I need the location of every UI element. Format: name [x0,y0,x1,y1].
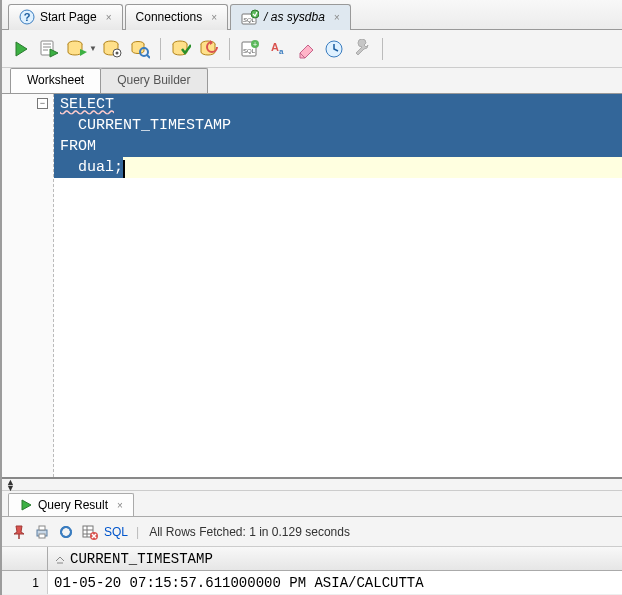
svg-text:A: A [271,41,279,53]
toolbar-separator [160,38,161,60]
toolbar-separator [382,38,383,60]
wrench-icon [352,39,372,59]
svg-rect-23 [39,534,45,538]
toolbar-separator [229,38,230,60]
tab-query-result[interactable]: Query Result × [8,493,134,516]
play-icon [12,40,30,58]
sql-line: CURRENT_TIMESTAMP [54,115,622,136]
splitter-arrows-icon: ▲▼ [6,479,15,491]
svg-text:a: a [279,47,284,56]
run-script-button[interactable] [36,36,62,62]
sql-tuning-button[interactable] [127,36,153,62]
commit-button[interactable] [168,36,194,62]
explain-plan-button[interactable] [64,36,90,62]
toolbar-separator: | [136,525,139,539]
sql-history-button[interactable] [321,36,347,62]
refresh-icon [58,524,74,540]
close-icon[interactable]: × [211,12,217,23]
svg-text:?: ? [24,11,31,23]
sql-keyword: FROM [54,136,622,157]
grid-header: CURRENT_TIMESTAMP [2,547,622,571]
svg-point-9 [115,51,118,54]
cell-value[interactable]: 01-05-20 07:15:57.611000000 PM ASIA/CALC… [48,575,622,591]
print-button[interactable] [32,522,52,542]
autotrace-button[interactable] [99,36,125,62]
db-trace-icon [102,39,122,59]
svg-rect-22 [39,526,45,530]
grid-delete-icon [82,524,98,540]
close-icon[interactable]: × [334,12,340,23]
sql-worksheet-icon: SQL [241,9,259,25]
unshared-sql-button[interactable]: SQL+ [237,36,263,62]
close-icon[interactable]: × [117,500,123,511]
row-number: 1 [2,571,48,594]
db-check-icon [171,39,191,59]
eraser-icon [296,39,316,59]
sql-line: dual; [60,157,123,178]
tab-query-builder[interactable]: Query Builder [100,68,207,93]
clock-icon [324,39,344,59]
tab-label: / as sysdba [264,10,325,24]
pin-button[interactable] [8,522,28,542]
result-toolbar: SQL | All Rows Fetched: 1 in 0.129 secon… [2,517,622,547]
tab-label: Connections [136,10,203,24]
tab-worksheet[interactable]: Worksheet [10,68,101,93]
db-magnify-icon [130,39,150,59]
column-sort-icon [54,553,66,565]
chevron-down-icon[interactable]: ▼ [89,44,97,53]
script-play-icon [39,39,59,59]
worksheet-tabs: Worksheet Query Builder [2,68,622,94]
db-plan-icon [66,39,88,59]
tab-start-page[interactable]: ? Start Page × [8,4,123,30]
to-uppercase-button[interactable]: Aa [265,36,291,62]
delete-button[interactable] [80,522,100,542]
svg-text:+: + [253,41,257,48]
column-header[interactable]: CURRENT_TIMESTAMP [48,551,622,567]
run-statement-button[interactable] [8,36,34,62]
table-row[interactable]: 1 01-05-20 07:15:57.611000000 PM ASIA/CA… [2,571,622,595]
case-aa-icon: Aa [268,39,288,59]
play-icon [19,498,33,512]
tool-button[interactable] [349,36,375,62]
sql-editor[interactable]: − SELECT CURRENT_TIMESTAMP FROM dual; [2,94,622,479]
result-grid: CURRENT_TIMESTAMP 1 01-05-20 07:15:57.61… [2,547,622,595]
svg-text:SQL: SQL [243,48,256,54]
refresh-button[interactable] [56,522,76,542]
document-tabs: ? Start Page × Connections × SQL / as sy… [2,0,622,30]
editor-gutter: − [2,94,54,477]
sql-sheet-icon: SQL+ [240,39,260,59]
fetch-status-text: All Rows Fetched: 1 in 0.129 seconds [149,525,350,539]
tab-session[interactable]: SQL / as sysdba × [230,4,351,30]
rownum-header [2,547,48,570]
splitter-handle[interactable]: ▲▼ [2,479,622,491]
tab-connections[interactable]: Connections × [125,4,229,30]
help-icon: ? [19,9,35,25]
rollback-button[interactable] [196,36,222,62]
code-area[interactable]: SELECT CURRENT_TIMESTAMP FROM dual; [54,94,622,477]
printer-icon [34,524,50,540]
worksheet-toolbar: ▼ SQL+ Aa [2,30,622,68]
pin-icon [10,524,26,540]
text-cursor [123,160,125,178]
column-name: CURRENT_TIMESTAMP [70,551,213,567]
db-undo-icon [199,39,219,59]
sql-link[interactable]: SQL [104,525,128,539]
fold-handle-icon[interactable]: − [37,98,48,109]
close-icon[interactable]: × [106,12,112,23]
clear-button[interactable] [293,36,319,62]
result-tabs: Query Result × [2,491,622,517]
sql-keyword: SELECT [60,96,114,113]
tab-label: Query Result [38,498,108,512]
tab-label: Start Page [40,10,97,24]
